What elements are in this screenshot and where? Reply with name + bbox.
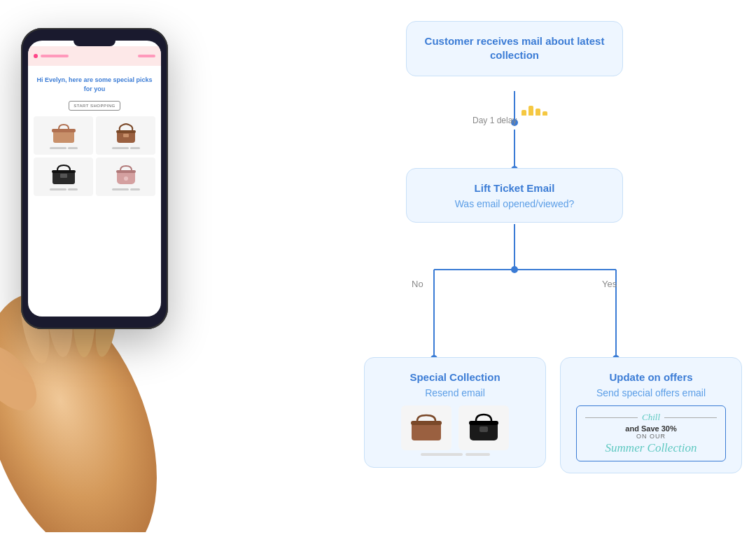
card-special-collection: Special Collection Resend email	[364, 357, 546, 468]
bag-line	[68, 147, 78, 149]
svg-rect-15	[52, 170, 75, 184]
svg-rect-16	[52, 170, 76, 173]
svg-rect-19	[116, 170, 136, 173]
svg-rect-11	[52, 129, 76, 132]
phone-outer: Hi Evelyn, here are some special picks f…	[21, 28, 168, 329]
svg-rect-37	[469, 421, 498, 425]
phone-screen: Hi Evelyn, here are some special picks f…	[28, 41, 161, 317]
offers-save-text: and Save 30%	[585, 424, 717, 433]
offers-summer-text: Summer Collection	[585, 441, 717, 455]
svg-rect-10	[53, 129, 74, 143]
card-update-offers-title: Update on offers	[576, 370, 726, 384]
start-shopping-button[interactable]: START SHOPPING	[69, 101, 120, 111]
card-update-offers: Update on offers Send special offers ema…	[560, 357, 742, 473]
bag-line	[130, 188, 140, 190]
svg-rect-18	[117, 170, 135, 184]
status-dot	[34, 54, 38, 58]
bag-item-3	[34, 158, 93, 196]
status-line-2	[138, 55, 155, 57]
card-lift-ticket-title: Lift Ticket Email	[422, 181, 607, 195]
svg-point-5	[92, 286, 121, 359]
svg-point-1	[0, 335, 48, 422]
bag-card-row	[380, 405, 530, 450]
svg-point-6	[29, 284, 41, 298]
bag-item-1	[34, 116, 93, 155]
bar-2	[528, 106, 533, 116]
bag-lines-4	[112, 188, 140, 190]
offers-box: Chill and Save 30% ON OUR Summer Collect…	[576, 405, 726, 461]
card-customer-mail: Customer receives mail about latest coll…	[406, 21, 623, 76]
phone-notch	[74, 41, 115, 46]
card-special-collection-subtitle: Resend email	[380, 387, 530, 398]
svg-point-3	[43, 265, 76, 359]
svg-point-7	[54, 273, 65, 287]
bag-brown-icon	[409, 412, 444, 443]
bar-1	[522, 110, 526, 116]
status-line-1	[41, 55, 69, 57]
svg-point-20	[124, 176, 128, 181]
bag-line	[50, 188, 66, 190]
svg-rect-13	[116, 130, 136, 133]
offers-chill-text: Chill	[642, 412, 660, 423]
svg-rect-14	[123, 134, 129, 137]
bag-icon-4	[113, 163, 139, 186]
bag-lines-2	[112, 147, 140, 149]
phone-mockup: Hi Evelyn, here are some special picks f…	[0, 7, 329, 497]
card-lift-ticket-subtitle: Was email opened/viewed?	[422, 198, 607, 209]
card-update-offers-subtitle: Send special offers email	[576, 387, 726, 398]
bag-black-icon	[466, 412, 501, 443]
offers-on-our-text: ON OUR	[585, 433, 717, 440]
svg-point-9	[102, 286, 111, 299]
bag-item-4	[96, 158, 155, 196]
bags-grid	[34, 116, 155, 196]
card-line	[465, 453, 490, 456]
bar-3	[536, 109, 540, 116]
svg-point-27	[511, 266, 518, 273]
svg-rect-35	[411, 421, 442, 425]
bag-icon-2	[113, 122, 139, 144]
branch-yes-label: Yes	[602, 279, 617, 289]
flow-diagram: Customer receives mail about latest coll…	[364, 14, 742, 546]
svg-point-0	[0, 269, 161, 532]
screen-body: Hi Evelyn, here are some special picks f…	[28, 66, 161, 196]
card-line	[421, 453, 463, 456]
card-special-collection-title: Special Collection	[380, 370, 530, 384]
svg-rect-12	[117, 130, 135, 143]
bag-card-brown	[401, 405, 451, 450]
card-lines-row-3	[380, 453, 530, 456]
svg-point-2	[15, 279, 55, 366]
bag-line	[112, 188, 129, 190]
screen-greeting: Hi Evelyn, here are some special picks f…	[34, 76, 155, 93]
bag-icon-1	[50, 122, 77, 144]
svg-point-4	[73, 273, 95, 357]
svg-rect-17	[60, 174, 67, 178]
bag-line	[68, 188, 78, 190]
bar-4	[542, 111, 547, 116]
svg-point-8	[79, 275, 89, 289]
bag-icon-3	[50, 163, 77, 186]
hand-illustration	[0, 182, 161, 532]
bag-line	[112, 147, 129, 149]
day-delay-label: Day 1 delay	[472, 116, 517, 125]
svg-rect-38	[479, 426, 488, 432]
bag-lines-1	[50, 147, 78, 149]
branch-no-label: No	[412, 279, 424, 289]
card-customer-mail-title: Customer receives mail about latest coll…	[422, 34, 607, 63]
bag-lines-3	[50, 188, 78, 190]
bag-item-2	[96, 116, 155, 155]
bag-line	[50, 147, 66, 149]
bag-card-black	[458, 405, 509, 450]
screen-topbar	[28, 46, 161, 66]
card-lift-ticket: Lift Ticket Email Was email opened/viewe…	[406, 168, 623, 223]
bag-line	[130, 147, 140, 149]
